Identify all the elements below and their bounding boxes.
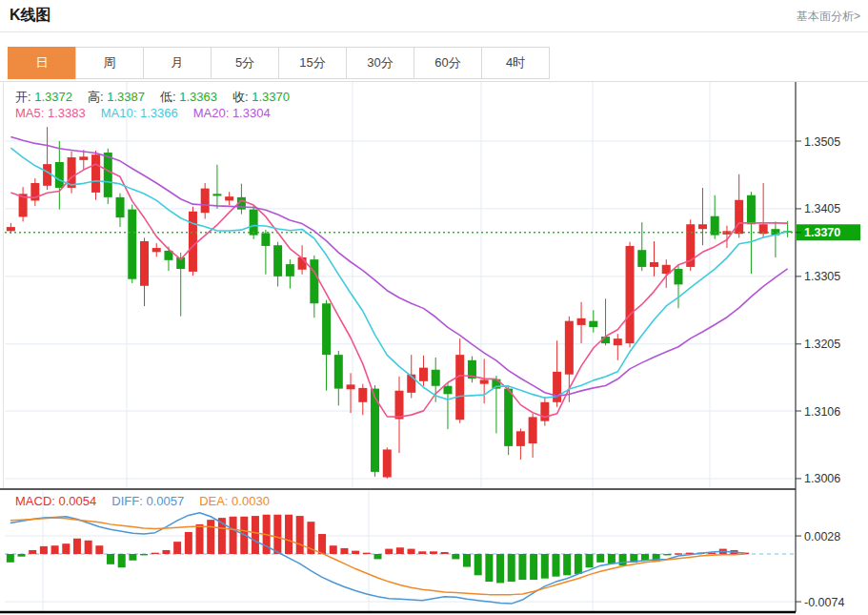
macd-hist-bar — [408, 549, 415, 554]
candle-body — [286, 264, 294, 277]
macd-hist-bar — [107, 554, 114, 564]
ma10-line — [10, 148, 787, 400]
macd-hist-bar — [7, 554, 14, 563]
candle-body — [189, 212, 197, 272]
candle-body — [152, 248, 161, 252]
macd-legend-item: DIFF: 0.0057 — [111, 494, 184, 508]
candle-body — [7, 227, 15, 231]
candle-body — [347, 384, 355, 389]
macd-legend-item: DEA: 0.0030 — [199, 494, 270, 508]
y-tick-label: 1.3205 — [804, 338, 840, 351]
ohlc-legend: 开: 1.3372高: 1.3387低: 1.3363收: 1.3370 — [15, 89, 305, 106]
candle-body — [626, 246, 635, 343]
ma20-line — [10, 136, 787, 396]
macd-hist-bar — [296, 516, 304, 554]
candle-body — [443, 386, 452, 395]
candle-body — [480, 379, 489, 383]
macd-hist-bar — [418, 551, 426, 554]
macd-hist-bar — [463, 554, 471, 567]
macd-tick-label: 0.0028 — [804, 530, 840, 543]
candle-body — [637, 250, 646, 267]
y-tick-label: 1.3305 — [804, 270, 840, 283]
candle-body — [261, 233, 270, 245]
macd-hist-bar — [230, 517, 237, 554]
candle-body — [395, 391, 404, 420]
candle-body — [674, 269, 682, 284]
candle-body — [553, 372, 561, 402]
macd-hist-bar — [485, 554, 493, 582]
macd-hist-bar — [675, 553, 682, 554]
macd-hist-bar — [575, 554, 582, 574]
ohlc-legend-item: 开: 1.3372 — [15, 90, 72, 104]
candle-body — [334, 355, 343, 388]
macd-hist-bar — [285, 515, 293, 554]
candle-body — [614, 338, 622, 345]
ma-legend-item: MA10: 1.3366 — [101, 106, 178, 120]
macd-hist-bar — [95, 545, 103, 554]
macd-hist-bar — [363, 553, 371, 554]
macd-hist-bar — [173, 542, 181, 554]
macd-hist-bar — [496, 554, 504, 583]
candle-body — [91, 154, 100, 193]
y-tick-label: 1.3106 — [804, 405, 840, 419]
macd-hist-bar — [29, 550, 36, 554]
candle-body — [116, 197, 125, 217]
macd-hist-bar — [252, 516, 259, 554]
macd-hist-bar — [430, 551, 437, 554]
macd-hist-bar — [40, 546, 48, 554]
current-price-label: 1.3370 — [804, 226, 840, 239]
y-tick-label: 1.3006 — [804, 472, 840, 485]
macd-hist-bar — [374, 554, 382, 559]
macd-hist-bar — [185, 532, 192, 554]
macd-legend: MACD: 0.0054DIFF: 0.0057DEA: 0.0030 — [15, 494, 285, 508]
candle-body — [455, 355, 464, 420]
macd-hist-bar — [474, 554, 482, 575]
macd-hist-bar — [663, 554, 671, 555]
macd-hist-bar — [608, 554, 616, 564]
macd-hist-bar — [151, 553, 159, 554]
candle-body — [358, 388, 367, 402]
ma-legend: MA5: 1.3383MA10: 1.3366MA20: 1.3304 — [15, 106, 286, 120]
macd-hist-bar — [118, 554, 126, 567]
candle-body — [540, 402, 549, 421]
macd-hist-bar — [518, 554, 526, 580]
macd-hist-bar — [541, 554, 549, 579]
macd-hist-bar — [273, 515, 281, 554]
candle-body — [43, 164, 51, 186]
ohlc-legend-item: 低: 1.3363 — [160, 90, 217, 104]
macd-tick-label: -0.0074 — [804, 596, 844, 609]
candle-body — [516, 431, 525, 446]
macd-hist-bar — [51, 545, 59, 554]
candle-body — [310, 259, 318, 303]
candle-body — [432, 370, 440, 386]
candle-body — [735, 200, 743, 234]
ohlc-legend-item: 高: 1.3387 — [88, 90, 145, 104]
macd-hist-bar — [552, 554, 559, 577]
candle-body — [140, 241, 149, 286]
macd-hist-bar — [196, 524, 204, 554]
macd-hist-bar — [18, 554, 26, 557]
macd-hist-bar — [330, 545, 337, 554]
candle-body — [128, 210, 136, 279]
candle-body — [650, 262, 658, 267]
candle-body — [747, 195, 756, 224]
macd-hist-bar — [73, 539, 81, 554]
macd-hist-bar — [586, 554, 594, 567]
macd-hist-bar — [340, 548, 348, 554]
macd-hist-bar — [641, 554, 649, 561]
macd-legend-item: MACD: 0.0054 — [15, 494, 96, 508]
macd-hist-bar — [563, 554, 571, 575]
candle-body — [504, 389, 513, 446]
candle-body — [55, 162, 64, 188]
macd-hist-bar — [318, 534, 326, 554]
macd-hist-bar — [207, 520, 214, 554]
macd-hist-bar — [530, 554, 537, 580]
ma-legend-item: MA5: 1.3383 — [15, 106, 86, 120]
macd-hist-bar — [508, 554, 515, 582]
macd-hist-bar — [62, 543, 70, 554]
candle-body — [698, 224, 707, 229]
macd-hist-bar — [129, 554, 136, 561]
candle-body — [201, 189, 210, 214]
candle-body — [322, 303, 331, 355]
macd-hist-bar — [619, 554, 627, 565]
